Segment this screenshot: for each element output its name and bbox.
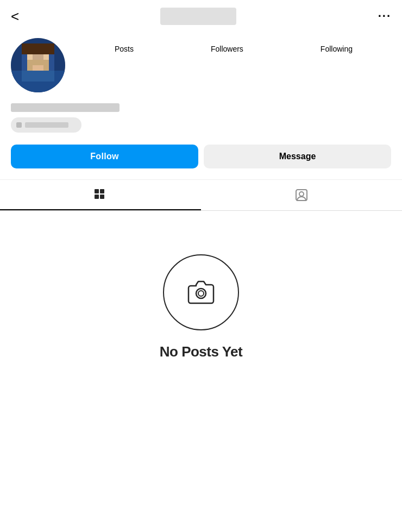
svg-rect-4 [22,43,54,54]
no-posts-title: No Posts Yet [160,343,242,360]
stats-section: Posts Followers Following [76,38,391,53]
bio-name-blurred [11,103,120,112]
camera-circle [163,254,239,330]
svg-rect-5 [27,54,33,60]
bio-handle-blurred [11,117,81,133]
following-stat[interactable]: Following [321,43,353,53]
header: < blurred ··· [0,0,402,33]
tagged-icon [294,187,309,203]
bio-section [0,101,402,141]
posts-label: Posts [115,45,134,53]
tab-tagged[interactable] [201,180,402,210]
empty-state: No Posts Yet [0,211,402,382]
profile-section: Posts Followers Following [0,33,402,101]
svg-rect-14 [95,195,99,199]
svg-rect-9 [22,71,54,82]
svg-rect-13 [100,189,104,193]
avatar [11,38,65,92]
svg-point-18 [196,289,206,298]
grid-icon [93,187,108,203]
svg-rect-15 [100,195,104,199]
following-label: Following [321,45,353,53]
svg-rect-11 [33,65,43,71]
svg-rect-6 [43,54,49,60]
action-buttons: Follow Message [0,141,402,179]
more-button[interactable]: ··· [378,9,391,23]
bio-handle-dot [16,122,22,128]
header-username: blurred [160,8,236,25]
svg-point-17 [299,192,304,196]
posts-stat[interactable]: Posts [115,43,134,53]
svg-point-19 [198,291,204,296]
message-button[interactable]: Message [204,145,391,168]
camera-icon [181,273,221,312]
avatar-wrapper [11,38,65,92]
followers-label: Followers [211,45,243,53]
bio-handle-text [25,122,68,128]
follow-button[interactable]: Follow [11,145,198,168]
back-button[interactable]: < [11,9,19,23]
tab-grid[interactable] [0,180,201,210]
svg-rect-12 [95,189,99,193]
followers-stat[interactable]: Followers [211,43,243,53]
tab-bar [0,179,402,210]
